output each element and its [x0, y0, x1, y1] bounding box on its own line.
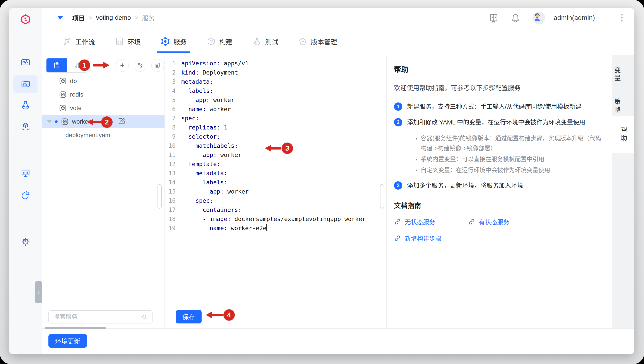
modified-dot — [55, 120, 58, 123]
line-number: 13 — [165, 169, 176, 178]
text-cursor — [266, 224, 267, 230]
service-item-worker[interactable]: worker — [42, 115, 164, 128]
line-number: 14 — [165, 178, 176, 187]
template-icon — [155, 62, 161, 68]
release-package-icon[interactable] — [20, 122, 31, 132]
line-number: 1 — [165, 59, 176, 68]
line-number: 10 — [165, 141, 176, 150]
code-line[interactable]: 13 metadata: — [165, 169, 386, 178]
lab-flask-icon[interactable] — [20, 100, 31, 110]
avatar[interactable] — [532, 12, 545, 24]
workflow-icon — [63, 37, 72, 46]
line-number: 12 — [165, 160, 176, 169]
doc-link-stateless[interactable]: 无状态服务 — [394, 217, 468, 226]
code-line[interactable]: 8 replicas: 1 — [165, 123, 386, 132]
step-number-badge: 1 — [394, 102, 402, 111]
code-area[interactable]: 1apiVersion: apps/v1 2kind: Deployment 3… — [165, 55, 386, 233]
service-item-db[interactable]: db — [42, 74, 164, 88]
hierarchy-icon — [137, 62, 143, 68]
code-line[interactable]: 9 selector: — [165, 132, 386, 141]
code-line[interactable]: 10 matchLabels: — [165, 141, 386, 150]
code-line[interactable]: 15 app: worker — [165, 187, 386, 196]
editor-scrollbar[interactable] — [380, 184, 384, 208]
code-line[interactable]: 11 app: worker — [165, 150, 386, 160]
code-line[interactable]: 1apiVersion: apps/v1 — [165, 59, 386, 68]
tab-build[interactable]: 构建 — [207, 36, 232, 46]
breadcrumb-project[interactable]: voting-demo — [96, 14, 131, 21]
help-panel: 帮助 欢迎使用帮助指南。可参考以下步骤配置服务 1 新建服务，支持三种方式：手工… — [387, 55, 612, 328]
tab-service[interactable]: 服务 — [161, 36, 187, 46]
username[interactable]: admin(admin) — [553, 14, 595, 22]
line-number: 17 — [165, 205, 176, 214]
update-environment-button[interactable]: 环境更新 — [49, 334, 87, 348]
main-area: db redis vote — [42, 55, 634, 328]
code-line[interactable]: 4 labels: — [165, 86, 386, 96]
activity-icon[interactable] — [20, 57, 31, 68]
bottom-bar: 环境更新 — [42, 328, 634, 354]
code-line[interactable]: 17 containers: — [165, 205, 386, 214]
right-tab-help[interactable]: 帮助 — [612, 116, 634, 153]
more-vertical-icon[interactable] — [621, 14, 623, 22]
list-view-icon[interactable] — [47, 58, 67, 72]
tab-workflow[interactable]: 工作流 — [63, 36, 95, 46]
doc-link-stateful[interactable]: 有状态服务 — [468, 217, 555, 226]
line-number: 15 — [165, 187, 176, 196]
service-file-item[interactable]: deployment.yaml — [42, 128, 164, 142]
expander-icon[interactable] — [47, 120, 52, 123]
right-tab-variables[interactable]: 变量 — [612, 64, 634, 86]
code-line[interactable]: 2kind: Deployment — [165, 68, 386, 77]
project-tab-bar: 工作流 环境 服务 构建 测试 — [42, 28, 634, 55]
line-number: 5 — [165, 96, 176, 104]
breadcrumb-caret-icon[interactable] — [57, 16, 63, 20]
sidebar-expand-handle[interactable]: › — [35, 281, 42, 303]
environment-icon — [115, 37, 124, 46]
code-line[interactable]: 14 labels: — [165, 178, 386, 187]
code-line[interactable]: 16 spec: — [165, 196, 386, 205]
settings-gear-icon[interactable]: Z — [20, 236, 31, 247]
tab-version[interactable]: 版本管理 — [298, 36, 337, 46]
code-line[interactable]: 3metadata: — [165, 77, 386, 86]
code-line[interactable]: 19 name: worker-e2e — [165, 224, 386, 233]
save-button[interactable]: 保存 — [176, 310, 202, 324]
service-panel-scrollbar[interactable] — [158, 184, 162, 208]
version-icon — [298, 37, 307, 46]
svg-text:Z: Z — [24, 240, 27, 244]
zadig-logo-icon[interactable] — [20, 14, 31, 25]
hierarchy-button[interactable] — [134, 59, 146, 72]
yaml-editor[interactable]: 1apiVersion: apps/v1 2kind: Deployment 3… — [165, 55, 387, 328]
horizontal-scrollbar[interactable] — [45, 327, 106, 329]
doc-link-build-step[interactable]: 新增构建步骤 — [394, 234, 468, 242]
service-item-redis[interactable]: redis — [42, 88, 164, 101]
tab-test[interactable]: 测试 — [252, 36, 278, 46]
help-title: 帮助 — [394, 64, 602, 74]
service-icon — [161, 37, 170, 46]
code-line[interactable]: 7spec: — [165, 114, 386, 123]
line-number: 18 — [165, 214, 176, 224]
template-button[interactable] — [151, 59, 164, 72]
tab-environment[interactable]: 环境 — [115, 36, 141, 46]
add-service-button[interactable] — [116, 59, 129, 72]
sort-icon[interactable] — [67, 58, 88, 72]
insight-monitor-icon[interactable] — [20, 168, 31, 178]
search-input[interactable] — [49, 310, 153, 324]
code-line[interactable]: 5 app: worker — [165, 96, 386, 104]
right-tab-strip: 变量 策略 帮助 — [612, 55, 634, 328]
edit-icon[interactable] — [118, 117, 125, 126]
line-number: 4 — [165, 86, 176, 96]
report-pie-icon[interactable] — [20, 190, 31, 200]
bell-icon[interactable] — [511, 13, 520, 23]
view-toggle — [46, 58, 88, 72]
cube-icon — [59, 77, 67, 85]
help-step-3: 3 添加多个服务，更新环境，将服务加入环境 — [394, 181, 602, 190]
code-line[interactable]: 18 - image: dockersamples/examplevotinga… — [165, 214, 386, 224]
right-tab-policy[interactable]: 策略 — [612, 95, 634, 118]
code-line[interactable]: 6 name: worker — [165, 104, 386, 114]
service-item-vote[interactable]: vote — [42, 101, 164, 115]
code-line[interactable]: 12 template: — [165, 160, 386, 169]
breadcrumb-root[interactable]: 项目 — [72, 13, 85, 22]
app-window: PM Z 项目 — [9, 8, 634, 354]
service-list: db redis vote — [42, 74, 164, 142]
cube-icon — [59, 104, 67, 112]
docs-icon[interactable] — [489, 13, 498, 23]
sidebar-item-projects[interactable]: PM — [13, 76, 38, 93]
